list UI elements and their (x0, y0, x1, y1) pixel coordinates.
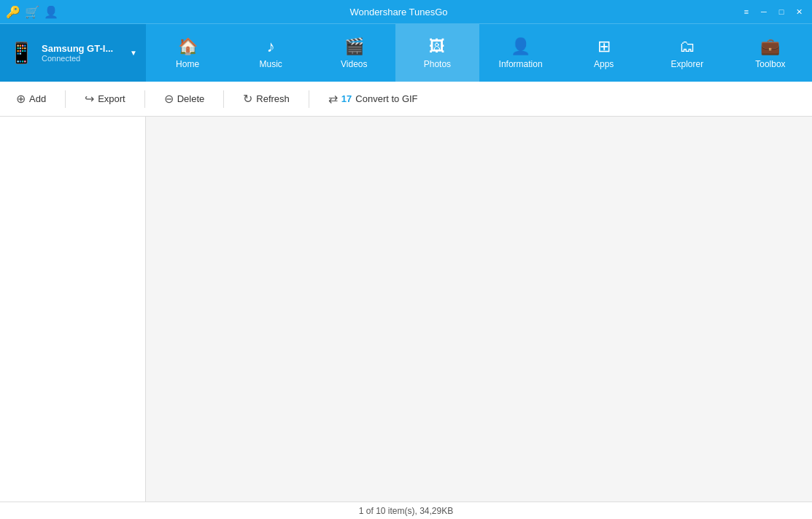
nav-item-home[interactable]: 🏠Home (146, 24, 229, 82)
nav-label-explorer: Explorer (670, 59, 703, 69)
delete-icon: ⊖ (164, 92, 174, 106)
nav-item-explorer[interactable]: 🗂Explorer (646, 24, 729, 82)
statusbar: 1 of 10 item(s), 34,29KB (0, 502, 812, 519)
menu-icon[interactable]: ≡ (739, 4, 754, 19)
refresh-label: Refresh (256, 93, 290, 104)
sidebar (0, 117, 146, 502)
delete-button[interactable]: ⊖ Delete (160, 89, 209, 109)
apps-icon: ⊞ (598, 37, 611, 56)
nav-item-information[interactable]: 👤Information (479, 24, 562, 82)
sep3 (223, 90, 224, 108)
minimize-icon[interactable]: ─ (757, 4, 771, 19)
user-icon[interactable]: 👤 (44, 5, 58, 19)
photos-icon: 🖼 (429, 37, 445, 56)
nav-label-videos: Videos (341, 59, 367, 69)
maximize-icon[interactable]: □ (774, 4, 789, 19)
title-icons: 🔑 🛒 👤 (6, 5, 58, 19)
nav-label-toolbox: Toolbox (755, 59, 785, 69)
refresh-button[interactable]: ↻ Refresh (239, 89, 294, 109)
nav-item-apps[interactable]: ⊞Apps (562, 24, 646, 82)
nav-item-photos[interactable]: 🖼Photos (395, 24, 479, 82)
close-icon[interactable]: ✕ (792, 4, 806, 19)
device-name: Samsung GT-I... (42, 43, 123, 54)
sep2 (144, 90, 145, 108)
nav-items: 🏠Home♪Music🎬Videos🖼Photos👤Information⊞Ap… (146, 24, 812, 82)
nav-label-photos: Photos (424, 59, 451, 69)
add-label: Add (29, 93, 46, 104)
photo-content (146, 117, 812, 502)
device-icon: 📱 (9, 41, 34, 65)
export-icon: ↪ (85, 92, 94, 106)
main-area (0, 117, 812, 502)
status-text: 1 of 10 item(s), 34,29KB (359, 506, 453, 516)
convert-gif-icon: ⇄ (328, 92, 338, 106)
export-label: Export (98, 93, 125, 104)
information-icon: 👤 (511, 37, 530, 56)
nav-label-apps: Apps (594, 59, 614, 69)
convert-gif-label: Convert to GIF (355, 93, 417, 104)
toolbox-icon: 💼 (760, 37, 780, 56)
device-dropdown-icon[interactable]: ▼ (130, 49, 137, 57)
navbar: 📱 Samsung GT-I... Connected ▼ 🏠Home♪Musi… (0, 23, 812, 82)
export-button[interactable]: ↪ Export (80, 89, 130, 109)
key-icon[interactable]: 🔑 (6, 5, 20, 19)
nav-item-toolbox[interactable]: 💼Toolbox (729, 24, 812, 82)
nav-item-videos[interactable]: 🎬Videos (312, 24, 395, 82)
sep4 (309, 90, 309, 108)
device-info: 📱 Samsung GT-I... Connected ▼ (0, 24, 146, 82)
refresh-icon: ↻ (243, 92, 252, 106)
device-status: Connected (42, 54, 123, 63)
app-title: Wondershare TunesGo (58, 7, 739, 17)
explorer-icon: 🗂 (679, 37, 695, 56)
nav-label-home: Home (176, 59, 199, 69)
convert-gif-count: 17 (341, 93, 352, 104)
home-icon: 🏠 (178, 37, 198, 56)
cart-icon[interactable]: 🛒 (25, 5, 39, 19)
window-controls: ≡ ─ □ ✕ (739, 4, 806, 19)
music-icon: ♪ (267, 37, 275, 56)
nav-label-information: Information (499, 59, 543, 69)
sep1 (65, 90, 66, 108)
nav-item-music[interactable]: ♪Music (229, 24, 312, 82)
delete-label: Delete (177, 93, 205, 104)
device-text: Samsung GT-I... Connected (42, 43, 123, 63)
videos-icon: 🎬 (344, 37, 364, 56)
toolbar: ⊕ Add ↪ Export ⊖ Delete ↻ Refresh ⇄ 17 C… (0, 82, 812, 117)
convert-gif-button[interactable]: ⇄ 17 Convert to GIF (324, 89, 422, 109)
add-icon: ⊕ (16, 92, 26, 106)
nav-label-music: Music (260, 59, 282, 69)
add-button[interactable]: ⊕ Add (12, 89, 50, 109)
titlebar: 🔑 🛒 👤 Wondershare TunesGo ≡ ─ □ ✕ (0, 0, 812, 23)
